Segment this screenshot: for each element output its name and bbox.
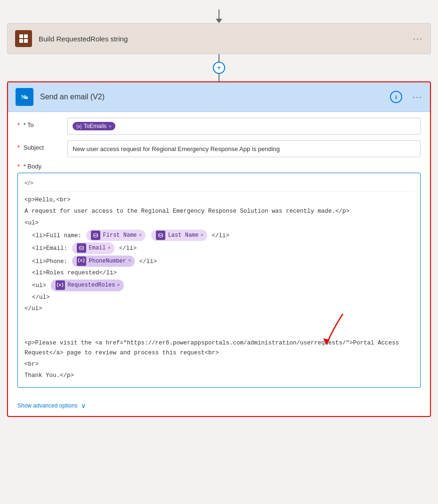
last-name-db-icon (156, 231, 165, 240)
subject-field-row: * Subject New user access request for Re… (17, 140, 421, 157)
first-name-token-pill: First Name × (86, 230, 146, 241)
subject-value: New user access request for Regional Eme… (73, 145, 280, 152)
email-token-label: Email (89, 243, 106, 253)
first-name-db-icon (91, 231, 100, 240)
phone-curly-icon: {x} (77, 256, 86, 266)
svg-rect-2 (19, 39, 23, 43)
show-advanced-button[interactable]: Show advanced options ∨ (8, 395, 430, 416)
body-code-toggle[interactable]: </> (24, 179, 33, 186)
requested-roles-label: RequestedRoles (68, 280, 115, 290)
body-line-fullname: <li>Full name: First Name × (24, 230, 414, 241)
build-block-menu[interactable]: ··· (413, 34, 423, 44)
email-token: Email × (72, 242, 115, 254)
body-content: <p>Hello,<br> A request for user access … (24, 195, 414, 381)
body-line-ul-open: <ul> (24, 218, 414, 228)
body-line-request: A request for user access to the Regiona… (24, 207, 414, 216)
info-button[interactable]: i (390, 91, 402, 103)
add-step-button[interactable]: + (213, 62, 225, 74)
subject-input[interactable]: New user access request for Regional Eme… (67, 140, 421, 157)
subject-required-star: * (17, 144, 20, 151)
last-name-token-pill: Last Name × (151, 230, 207, 241)
to-label-text: * To (24, 121, 34, 128)
to-input[interactable]: {x} ToEmails × (67, 118, 421, 135)
email-block-header: Send an email (V2) i ··· (8, 82, 430, 112)
body-label: * * Body (17, 163, 421, 170)
token-curly-icon: {x} (76, 124, 82, 129)
body-section: * * Body </> <p>Hello,<br> A request for… (17, 163, 421, 388)
requested-roles-pill: {x} RequestedRoles × (51, 280, 124, 291)
to-required-star: * (17, 121, 20, 128)
first-name-remove[interactable]: × (139, 231, 142, 240)
phone-token-pill: {x} PhoneNumber × (72, 256, 135, 267)
svg-rect-0 (19, 34, 23, 38)
svg-point-6 (93, 233, 97, 235)
connector-line-top (219, 54, 219, 62)
to-emails-token: {x} ToEmails × (73, 122, 115, 130)
email-form: * * To {x} ToEmails × * Subject (8, 112, 430, 388)
connector-line-bottom (219, 74, 219, 81)
to-label: * * To (17, 118, 60, 128)
subject-label-text: Subject (24, 144, 44, 151)
email-remove[interactable]: × (108, 244, 111, 253)
phone-token-label: PhoneNumber (89, 256, 126, 266)
first-name-label: First Name (103, 231, 137, 240)
body-line-portal: <p>Please visit the <a href="https://rer… (24, 338, 414, 359)
last-name-remove[interactable]: × (200, 231, 203, 240)
email-db-icon (77, 243, 86, 253)
svg-rect-3 (24, 39, 28, 43)
last-name-label: Last Name (168, 231, 199, 240)
build-icon (15, 30, 32, 47)
svg-point-8 (79, 247, 83, 248)
send-email-block: Send an email (V2) i ··· * * To {x} ToEm… (7, 81, 431, 417)
email-block-menu[interactable]: ··· (413, 92, 422, 102)
requested-roles-remove[interactable]: × (117, 281, 120, 290)
body-line-blank (24, 315, 414, 325)
top-connector-arrow (216, 9, 222, 23)
body-line-hello: <p>Hello,<br> (24, 195, 414, 205)
flow-canvas: Build RequestedRoles string ··· + Send a… (7, 9, 431, 417)
subject-label: * Subject (17, 140, 60, 151)
body-label-text: * Body (24, 163, 41, 170)
svg-rect-1 (24, 34, 28, 38)
body-required-star: * (17, 163, 20, 170)
email-block-title: Send an email (V2) (40, 93, 383, 101)
build-block: Build RequestedRoles string ··· (7, 23, 431, 54)
show-advanced-label: Show advanced options (17, 402, 77, 409)
body-line-phone: <li>Phone: {x} PhoneNumber × </li> (24, 256, 414, 267)
to-field-row: * * To {x} ToEmails × (17, 118, 421, 135)
body-line-ul-close: </ul> (24, 304, 414, 314)
to-emails-token-remove[interactable]: × (108, 123, 111, 129)
body-editor[interactable]: </> <p>Hello,<br> A request for user acc… (17, 173, 421, 388)
roles-curly-icon: {x} (56, 280, 65, 290)
body-line-ul2-close: </ul> (24, 293, 414, 303)
build-block-title: Build RequestedRoles string (39, 35, 406, 43)
body-line-email: <li>Email: Email × </li> (24, 242, 414, 254)
body-line-br: <br> (24, 360, 414, 369)
outlook-icon (16, 88, 33, 106)
body-line-thankyou: Thank You.</p> (24, 371, 414, 381)
phone-remove[interactable]: × (128, 256, 131, 265)
chevron-down-icon: ∨ (81, 402, 86, 409)
to-emails-token-label: ToEmails (84, 123, 107, 129)
add-step-connector: + (213, 54, 225, 81)
first-name-token: First Name × (86, 230, 146, 241)
body-line-roles: <li>Roles requested</li> (24, 268, 414, 278)
svg-point-7 (158, 233, 162, 235)
requested-roles-token: {x} RequestedRoles × (51, 280, 124, 291)
phone-token: {x} PhoneNumber × (72, 256, 135, 267)
body-line-ul2-open: <ul> {x} RequestedRoles × (24, 280, 414, 291)
last-name-token: Last Name × (151, 230, 207, 241)
email-token-pill: Email × (72, 242, 115, 254)
body-toolbar: </> (24, 178, 414, 192)
